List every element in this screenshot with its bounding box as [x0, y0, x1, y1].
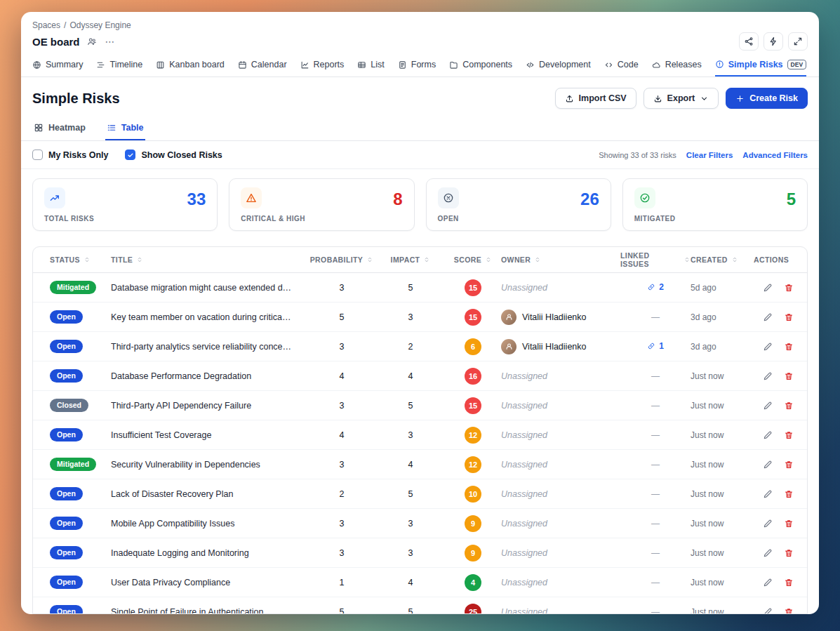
column-header-linked-issues[interactable]: Linked Issues: [620, 251, 691, 268]
column-label: Linked Issues: [620, 251, 680, 268]
view-tab-table[interactable]: Table: [105, 119, 145, 140]
edit-button[interactable]: [761, 546, 775, 560]
delete-button[interactable]: [782, 546, 796, 560]
filter-my-risks[interactable]: My Risks Only: [32, 150, 108, 160]
table-row[interactable]: OpenSingle Point of Failure in Authentic…: [33, 597, 807, 614]
delete-button[interactable]: [782, 399, 796, 413]
risk-title[interactable]: Security Vulnerability in Dependencies: [111, 460, 307, 470]
row-actions: [754, 399, 807, 413]
risk-title[interactable]: Insufficient Test Coverage: [111, 430, 307, 440]
tab-timeline[interactable]: Timeline: [96, 60, 142, 77]
tab-forms[interactable]: Forms: [398, 60, 436, 77]
risk-title[interactable]: Lack of Disaster Recovery Plan: [111, 489, 307, 499]
edit-button[interactable]: [761, 281, 775, 295]
table-row[interactable]: ClosedThird-Party API Dependency Failure…: [33, 391, 807, 420]
table-row[interactable]: OpenMobile App Compatibility Issues339Un…: [33, 509, 807, 538]
linked-issues-link[interactable]: 1: [647, 341, 664, 351]
column-header-owner[interactable]: Owner: [501, 255, 620, 264]
column-header-probability[interactable]: Probability: [307, 255, 376, 264]
edit-button[interactable]: [761, 310, 775, 324]
delete-button[interactable]: [782, 487, 796, 501]
tab-components[interactable]: Components: [449, 60, 512, 77]
edit-button[interactable]: [761, 340, 775, 354]
tab-simple-risks[interactable]: Simple RisksDEV: [715, 60, 806, 77]
risk-title[interactable]: User Data Privacy Compliance: [111, 578, 307, 587]
breadcrumb-spaces[interactable]: Spaces: [32, 20, 60, 30]
edit-button[interactable]: [761, 399, 775, 413]
risk-title[interactable]: Database migration might cause extended …: [111, 283, 307, 293]
table-row[interactable]: OpenKey team member on vacation during c…: [33, 303, 807, 332]
owner-name: Vitalii Hladiienko: [522, 312, 587, 322]
breadcrumb-current[interactable]: Odyssey Engine: [69, 20, 131, 30]
tab-reports[interactable]: Reports: [300, 60, 345, 77]
delete-button[interactable]: [782, 458, 796, 472]
edit-button[interactable]: [761, 576, 775, 590]
risk-title[interactable]: Inadequate Logging and Monitoring: [111, 548, 307, 558]
import-csv-button[interactable]: Import CSV: [555, 88, 636, 109]
filter-show-closed[interactable]: Show Closed Risks: [125, 150, 222, 160]
delete-button[interactable]: [782, 576, 796, 590]
linked-issues-link[interactable]: 2: [647, 282, 664, 292]
delete-button[interactable]: [782, 310, 796, 324]
table-row[interactable]: OpenLack of Disaster Recovery Plan2510Un…: [33, 479, 807, 509]
table-row[interactable]: MitigatedDatabase migration might cause …: [33, 273, 807, 303]
status-badge: Open: [50, 605, 83, 614]
board-members-button[interactable]: [86, 35, 98, 48]
share-button[interactable]: [739, 32, 759, 51]
delete-button[interactable]: [782, 517, 796, 531]
column-header-status[interactable]: Status: [50, 255, 111, 264]
column-header-created[interactable]: Created: [691, 255, 754, 264]
table-row[interactable]: OpenDatabase Performance Degradation4416…: [33, 361, 807, 391]
tab-calendar[interactable]: Calendar: [238, 60, 287, 77]
tab-summary[interactable]: Summary: [32, 60, 83, 77]
edit-button[interactable]: [761, 487, 775, 501]
table-row[interactable]: OpenThird-party analytics service reliab…: [33, 332, 807, 361]
export-button[interactable]: Export: [644, 88, 719, 109]
delete-button[interactable]: [782, 369, 796, 383]
tab-list[interactable]: List: [357, 60, 384, 77]
risk-title[interactable]: Mobile App Compatibility Issues: [111, 519, 307, 529]
tab-releases[interactable]: Releases: [652, 60, 702, 77]
stat-icon-box: [438, 187, 459, 208]
edit-button[interactable]: [761, 458, 775, 472]
risk-title[interactable]: Third-Party API Dependency Failure: [111, 401, 307, 411]
risk-title[interactable]: Third-party analytics service reliabilit…: [111, 342, 307, 352]
created-value: Just now: [691, 460, 754, 470]
delete-button[interactable]: [782, 340, 796, 354]
delete-button[interactable]: [782, 605, 796, 615]
column-header-title[interactable]: Title: [111, 255, 307, 264]
tab-code[interactable]: Code: [604, 60, 639, 77]
tab-kanban-board[interactable]: Kanban board: [156, 60, 225, 77]
expand-button[interactable]: [788, 32, 808, 51]
edit-button[interactable]: [761, 369, 775, 383]
table-row[interactable]: OpenUser Data Privacy Compliance144Unass…: [33, 568, 807, 597]
table-row[interactable]: OpenInadequate Logging and Monitoring339…: [33, 538, 807, 568]
risk-title[interactable]: Database Performance Degradation: [111, 371, 307, 381]
create-risk-label: Create Risk: [749, 93, 798, 103]
edit-button[interactable]: [761, 517, 775, 531]
score-badge: 15: [465, 309, 481, 326]
risk-title[interactable]: Key team member on vacation during criti…: [111, 312, 307, 322]
column-header-score[interactable]: Score: [445, 255, 501, 264]
clear-filters-link[interactable]: Clear Filters: [686, 151, 733, 159]
probability-value: 3: [307, 460, 376, 470]
bolt-button[interactable]: [764, 32, 783, 51]
warning-icon: [246, 192, 257, 204]
risk-title[interactable]: Single Point of Failure in Authenticatio…: [111, 607, 307, 615]
column-header-impact[interactable]: Impact: [376, 255, 445, 264]
table-row[interactable]: MitigatedSecurity Vulnerability in Depen…: [33, 450, 807, 479]
board-more-button[interactable]: ⋯: [104, 34, 117, 48]
table-row[interactable]: OpenInsufficient Test Coverage4312Unassi…: [33, 420, 807, 450]
edit-button[interactable]: [761, 428, 775, 442]
delete-button[interactable]: [782, 281, 796, 295]
edit-button[interactable]: [761, 605, 775, 615]
show-closed-checkbox[interactable]: [125, 150, 135, 160]
timeline-icon: [96, 60, 105, 69]
owner-unassigned: Unassigned: [501, 489, 547, 499]
advanced-filters-link[interactable]: Advanced Filters: [742, 151, 808, 159]
tab-development[interactable]: Development: [526, 60, 591, 77]
view-tab-heatmap[interactable]: Heatmap: [32, 119, 87, 140]
my-risks-checkbox[interactable]: [32, 150, 43, 160]
delete-button[interactable]: [782, 428, 796, 442]
create-risk-button[interactable]: Create Risk: [726, 88, 808, 109]
